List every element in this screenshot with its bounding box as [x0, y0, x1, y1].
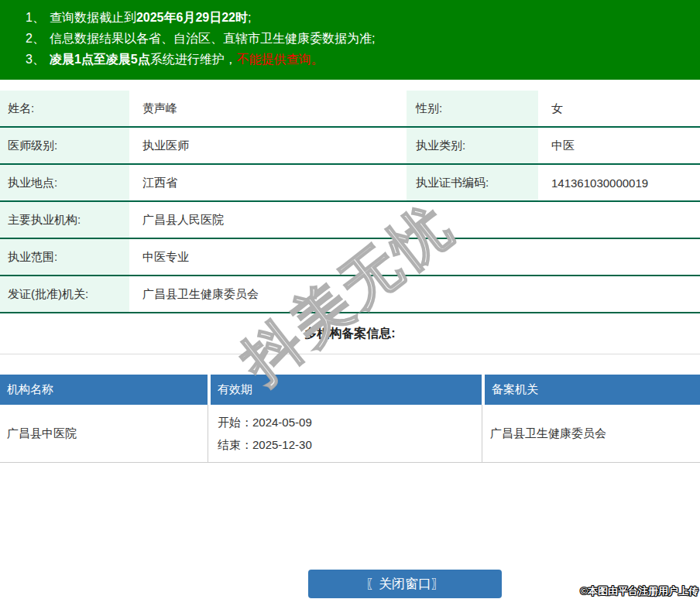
- notice-number: 1、: [26, 11, 45, 24]
- field-value-practice-scope: 中医专业: [132, 239, 700, 275]
- field-value-issuing-authority: 广昌县卫生健康委员会: [132, 276, 700, 312]
- field-label-name: 姓名:: [0, 91, 132, 126]
- authority-cell: 广昌县卫生健康委员会: [482, 405, 700, 462]
- filing-table-row: 广昌县中医院 开始：2024-05-09 结束：2025-12-30 广昌县卫生…: [0, 405, 700, 463]
- field-label-certificate-number: 执业证书编码:: [405, 165, 540, 200]
- notice-banner: 1、查询数据截止到2025年6月29日22时; 2、信息数据结果以各省、自治区、…: [0, 0, 700, 80]
- field-label-practice-location: 执业地点:: [0, 165, 132, 200]
- notice-bold-text: 2025年6月29日22时: [136, 11, 248, 24]
- info-row-main-institution: 主要执业机构: 广昌县人民医院: [0, 202, 700, 239]
- field-label-practice-category: 执业类别:: [405, 128, 540, 163]
- field-label-issuing-authority: 发证(批准)机关:: [0, 276, 132, 312]
- field-value-name: 黄声峰: [132, 91, 405, 126]
- filing-section-title: 多机构备案信息:: [0, 313, 700, 354]
- field-value-practice-category: 中医: [540, 128, 700, 163]
- notice-text: 信息数据结果以各省、自治区、直辖市卫生健康委数据为准;: [50, 32, 375, 45]
- field-value-doctor-level: 执业医师: [132, 128, 405, 163]
- field-label-doctor-level: 医师级别:: [0, 128, 132, 163]
- notice-bold-text: 凌晨1点至凌晨5点: [50, 53, 150, 66]
- notice-warning-text: 不能提供查询。: [237, 53, 324, 66]
- notice-text: 查询数据截止到: [50, 11, 136, 24]
- info-row-level-category: 医师级别: 执业医师 执业类别: 中医: [0, 128, 700, 165]
- practitioner-info-table: 姓名: 黄声峰 性别: 女 医师级别: 执业医师 执业类别: 中医 执业地点: …: [0, 91, 700, 313]
- info-row-name-gender: 姓名: 黄声峰 性别: 女: [0, 91, 700, 128]
- notice-text: 系统进行维护，: [150, 53, 237, 66]
- notice-line: 3、凌晨1点至凌晨5点系统进行维护，不能提供查询。: [26, 49, 692, 70]
- upload-credit: ©本图由平台注册用户上传: [580, 584, 698, 598]
- field-value-gender: 女: [540, 91, 700, 126]
- field-label-gender: 性别:: [405, 91, 540, 126]
- info-row-practice-scope: 执业范围: 中医专业: [0, 239, 700, 276]
- field-value-certificate-number: 141361030000019: [540, 165, 700, 200]
- org-name-cell: 广昌县中医院: [0, 405, 208, 462]
- notice-number: 2、: [26, 32, 45, 45]
- notice-line: 2、信息数据结果以各省、自治区、直辖市卫生健康委数据为准;: [26, 28, 692, 49]
- validity-cell: 开始：2024-05-09 结束：2025-12-30: [208, 405, 482, 462]
- info-row-location-certificate: 执业地点: 江西省 执业证书编码: 141361030000019: [0, 165, 700, 202]
- column-header-authority: 备案机关: [485, 375, 700, 405]
- filing-table-header: 机构名称 有效期 备案机关: [0, 375, 700, 405]
- field-value-practice-location: 江西省: [132, 165, 405, 200]
- filing-table: 机构名称 有效期 备案机关 广昌县中医院 开始：2024-05-09 结束：20…: [0, 375, 700, 463]
- notice-line: 1、查询数据截止到2025年6月29日22时;: [26, 7, 692, 28]
- close-window-button[interactable]: 〖关闭窗口〗: [308, 570, 502, 598]
- field-value-main-institution: 广昌县人民医院: [132, 202, 700, 238]
- field-label-main-institution: 主要执业机构:: [0, 202, 132, 238]
- column-header-org-name: 机构名称: [0, 375, 208, 405]
- column-header-validity: 有效期: [211, 375, 482, 405]
- validity-end: 结束：2025-12-30: [218, 433, 482, 456]
- validity-start: 开始：2024-05-09: [218, 411, 482, 433]
- info-row-issuing-authority: 发证(批准)机关: 广昌县卫生健康委员会: [0, 276, 700, 313]
- notice-number: 3、: [26, 53, 45, 66]
- notice-text: ;: [248, 11, 251, 24]
- field-label-practice-scope: 执业范围:: [0, 239, 132, 275]
